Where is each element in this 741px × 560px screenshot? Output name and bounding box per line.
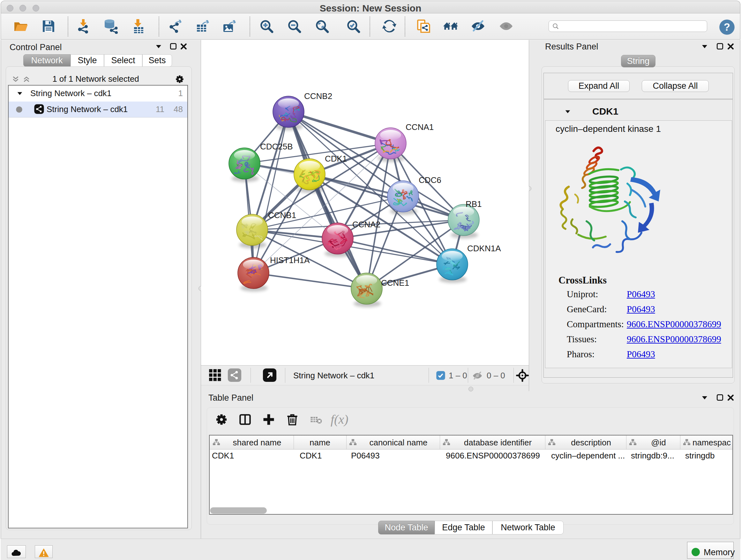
svg-text:HIST1H1A: HIST1H1A — [270, 255, 310, 265]
svg-text:CCNB2: CCNB2 — [304, 91, 332, 101]
svg-text:CDC6: CDC6 — [419, 175, 441, 185]
svg-text:CCNB1: CCNB1 — [268, 210, 296, 220]
svg-text:RB1: RB1 — [466, 199, 482, 209]
svg-text:?: ? — [724, 21, 730, 33]
svg-text:CCNA2: CCNA2 — [352, 220, 381, 229]
svg-text:CDC25B: CDC25B — [260, 142, 293, 151]
svg-text:CCNA1: CCNA1 — [406, 122, 434, 132]
svg-text:CDK1: CDK1 — [325, 154, 347, 164]
svg-text:CCNE1: CCNE1 — [381, 278, 409, 288]
svg-text:CDKN1A: CDKN1A — [467, 244, 501, 253]
